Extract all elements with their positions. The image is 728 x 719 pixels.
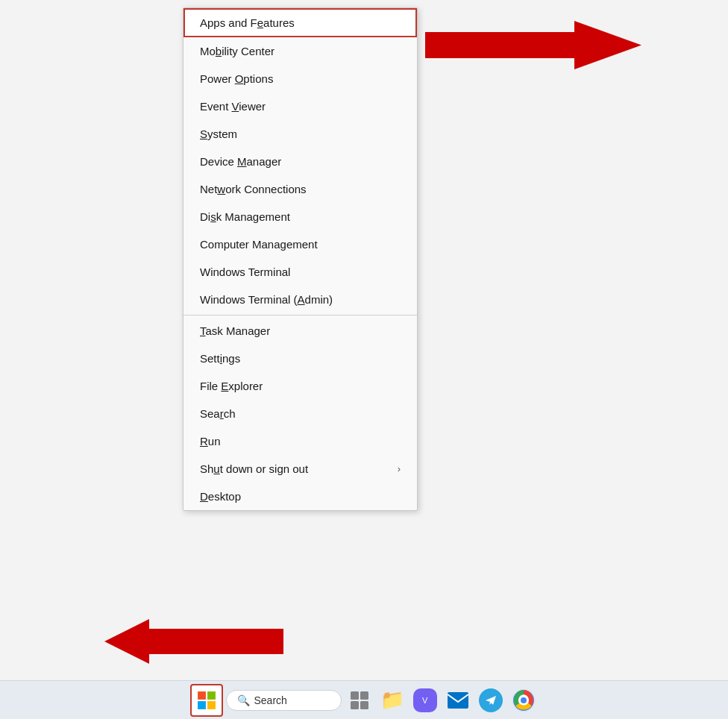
svg-rect-9 bbox=[360, 701, 368, 709]
arrow-left-icon bbox=[104, 619, 283, 664]
menu-item-computer-management[interactable]: Computer Management bbox=[183, 230, 417, 258]
svg-rect-7 bbox=[360, 691, 368, 700]
context-menu: Apps and Features Mobility Center Power … bbox=[183, 7, 418, 511]
menu-item-file-explorer[interactable]: File Explorer bbox=[183, 372, 417, 400]
svg-text:V: V bbox=[422, 696, 428, 705]
chevron-right-icon: › bbox=[398, 463, 401, 474]
viber-icon: V bbox=[413, 688, 437, 712]
menu-item-windows-terminal[interactable]: Windows Terminal bbox=[183, 258, 417, 286]
search-bar[interactable]: 🔍 Search bbox=[226, 690, 342, 711]
folder-icon: 📁 bbox=[380, 688, 404, 712]
menu-separator-1 bbox=[183, 315, 417, 315]
telegram-button[interactable] bbox=[476, 685, 506, 715]
mail-icon bbox=[447, 691, 469, 709]
apps-features-label: Apps and Features bbox=[200, 16, 295, 29]
svg-point-16 bbox=[521, 697, 527, 703]
svg-rect-8 bbox=[351, 701, 359, 709]
file-explorer-button[interactable]: 📁 bbox=[377, 685, 407, 715]
menu-item-apps-features[interactable]: Apps and Features bbox=[183, 8, 417, 37]
menu-item-device-manager[interactable]: Device Manager bbox=[183, 148, 417, 175]
svg-marker-0 bbox=[425, 21, 641, 69]
svg-rect-5 bbox=[207, 701, 216, 709]
menu-item-mobility-center[interactable]: Mobility Center bbox=[183, 37, 417, 65]
search-icon: 🔍 bbox=[237, 694, 250, 706]
search-label: Search bbox=[254, 694, 287, 706]
shut-down-label: Shut down or sign out bbox=[200, 462, 308, 475]
menu-item-disk-management[interactable]: Disk Management bbox=[183, 203, 417, 230]
windows-logo-icon bbox=[197, 691, 216, 710]
svg-rect-3 bbox=[207, 691, 216, 700]
menu-item-system[interactable]: System bbox=[183, 120, 417, 148]
mail-button[interactable] bbox=[443, 685, 473, 715]
task-view-button[interactable] bbox=[345, 685, 374, 715]
taskbar: 🔍 Search 📁 V bbox=[0, 680, 728, 719]
taskbar-center: 🔍 Search 📁 V bbox=[190, 684, 539, 717]
menu-item-task-manager[interactable]: Task Manager bbox=[183, 317, 417, 345]
telegram-icon bbox=[479, 688, 503, 712]
svg-rect-12 bbox=[448, 692, 468, 709]
arrow-right-icon bbox=[425, 21, 641, 69]
menu-item-search[interactable]: Search bbox=[183, 400, 417, 427]
menu-item-settings[interactable]: Settings bbox=[183, 345, 417, 372]
menu-item-desktop[interactable]: Desktop bbox=[183, 483, 417, 510]
menu-item-windows-terminal-admin[interactable]: Windows Terminal (Admin) bbox=[183, 286, 417, 313]
svg-marker-1 bbox=[104, 619, 283, 664]
viber-button[interactable]: V bbox=[410, 685, 440, 715]
svg-rect-4 bbox=[198, 701, 206, 709]
menu-item-network-connections[interactable]: Network Connections bbox=[183, 175, 417, 203]
chrome-icon bbox=[512, 688, 536, 712]
svg-rect-2 bbox=[198, 691, 206, 700]
task-view-icon bbox=[349, 690, 370, 711]
menu-item-run[interactable]: Run bbox=[183, 427, 417, 455]
svg-rect-6 bbox=[351, 691, 359, 700]
menu-item-event-viewer[interactable]: Event Viewer bbox=[183, 92, 417, 120]
menu-item-shut-down[interactable]: Shut down or sign out › bbox=[183, 455, 417, 483]
chrome-button[interactable] bbox=[509, 685, 539, 715]
start-button[interactable] bbox=[190, 684, 223, 717]
menu-item-power-options[interactable]: Power Options bbox=[183, 65, 417, 92]
